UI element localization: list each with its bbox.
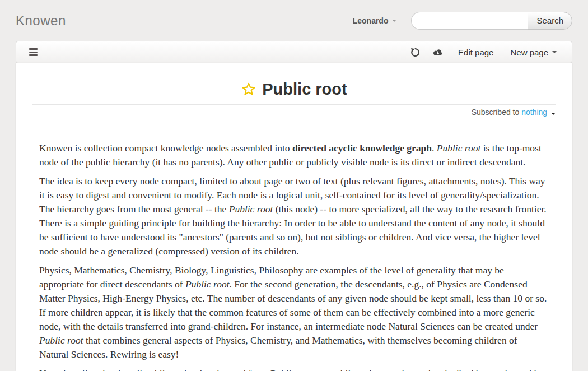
paragraph-4: Note that all nodes that all public node… [39, 367, 549, 371]
user-menu-label: Leonardo [353, 16, 389, 25]
article-panel: Public root Subscribed to nothing Knowen… [16, 63, 572, 371]
cloud-download-icon[interactable] [426, 48, 450, 57]
hamburger-menu-icon[interactable] [26, 45, 40, 59]
user-menu[interactable]: Leonardo [353, 16, 397, 25]
site-header: Knowen Leonardo Search [0, 0, 588, 41]
search-input[interactable] [411, 12, 528, 30]
history-icon[interactable] [404, 48, 426, 57]
header-right-group: Leonardo Search [353, 12, 572, 30]
app-logo[interactable]: Knowen [16, 13, 66, 29]
page-toolbar: Edit page New page [16, 41, 572, 63]
subscribed-prefix: Subscribed to [472, 108, 520, 117]
search-button[interactable]: Search [528, 12, 572, 30]
subscription-row: Subscribed to nothing [32, 108, 556, 118]
edit-page-label: Edit page [458, 48, 493, 57]
search-group: Search [411, 12, 572, 30]
new-page-label: New page [510, 48, 548, 57]
article-title-row: Public root [32, 79, 556, 99]
chevron-down-icon[interactable] [551, 113, 556, 115]
chevron-down-icon [392, 20, 396, 22]
chevron-down-icon [552, 51, 557, 53]
toolbar-right-group: Edit page New page [404, 48, 565, 57]
new-page-dropdown[interactable]: New page [502, 48, 565, 57]
edit-page-button[interactable]: Edit page [450, 48, 502, 57]
page-title: Public root [262, 80, 347, 99]
subscription-target-link[interactable]: nothing [521, 108, 547, 117]
title-divider [32, 104, 556, 105]
paragraph-1: Knowen is collection compact knowledge n… [39, 141, 549, 169]
paragraph-3: Physics, Mathematics, Chemistry, Biology… [39, 263, 549, 361]
article-body: Knowen is collection compact knowledge n… [32, 141, 556, 371]
paragraph-2: The idea is to keep every node compact, … [39, 174, 549, 258]
star-favorite-icon[interactable] [241, 82, 256, 97]
